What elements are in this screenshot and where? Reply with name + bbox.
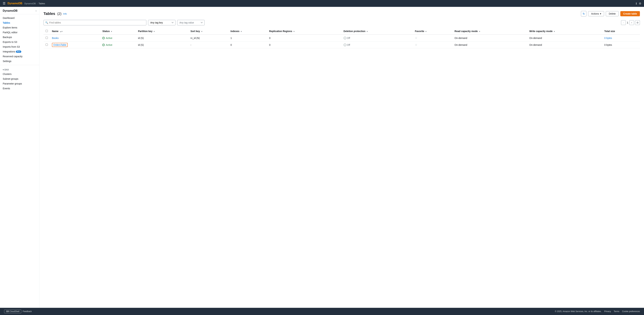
col-favorite[interactable]: Favorite ▾ xyxy=(413,28,452,34)
col-write-capacity[interactable]: Write capacity mode ▾ xyxy=(527,28,602,34)
col-deletion-protection-label: Deletion protection xyxy=(344,30,366,32)
feedback-link[interactable]: Feedback xyxy=(22,310,32,312)
col-total-size: Total size xyxy=(602,28,640,34)
delete-button[interactable]: Delete xyxy=(606,11,618,16)
col-sort-key[interactable]: Sort key ▾ xyxy=(188,28,228,34)
sort-asc-icon: ▲▾ xyxy=(60,30,62,32)
sidebar: DynamoDB ‹ Dashboard Tables Explore item… xyxy=(0,7,40,308)
pagination-next-button[interactable]: › xyxy=(629,20,634,25)
col-name[interactable]: Name ▲▾ xyxy=(50,28,100,34)
sidebar-item-clusters[interactable]: Clusters xyxy=(0,72,39,76)
sidebar-item-partiql-editor[interactable]: PartiQL editor xyxy=(0,30,39,35)
breadcrumb-dynamodb[interactable]: DynamoDB xyxy=(24,2,36,5)
brand-logo: DynamoDB xyxy=(8,2,22,5)
tag-key-select[interactable]: Any tag key xyxy=(148,20,176,25)
row-replication-books: 0 xyxy=(267,34,341,42)
cloudshell-button[interactable]: ⌨ CloudShell xyxy=(4,310,21,313)
sidebar-collapse-button[interactable]: ‹ xyxy=(36,9,36,12)
breadcrumb: DynamoDB › Tables xyxy=(24,2,45,5)
info-icon[interactable]: ℹ xyxy=(636,2,637,5)
sort-read-icon: ▾ xyxy=(479,30,480,32)
breadcrumb-tables: Tables xyxy=(38,2,45,5)
orderstable-favorite-star[interactable]: ☆ xyxy=(415,43,417,46)
actions-button[interactable]: Actions ▾ xyxy=(588,11,604,16)
sidebar-item-reserved-capacity[interactable]: Reserved capacity xyxy=(0,54,39,59)
sidebar-label-parameter-groups: Parameter groups xyxy=(3,82,22,85)
sidebar-item-dashboard[interactable]: Dashboard xyxy=(0,16,39,20)
search-input[interactable] xyxy=(44,20,146,25)
orderstable-deletion-label: Off xyxy=(347,44,350,46)
settings-icon[interactable]: ⚙ xyxy=(639,2,641,5)
sidebar-header: DynamoDB ‹ xyxy=(0,7,39,14)
col-partition-key-label: Partition key xyxy=(138,30,152,32)
col-replication-regions[interactable]: Replication Regions ▾ xyxy=(267,28,341,34)
sidebar-item-parameter-groups[interactable]: Parameter groups xyxy=(0,81,39,86)
cloudshell-label: CloudShell xyxy=(10,310,19,312)
pagination-prev-button[interactable]: ‹ xyxy=(621,20,626,25)
row-status-books: Active xyxy=(100,34,136,42)
col-status-label: Status xyxy=(102,30,110,32)
orderstable-status-dot xyxy=(102,44,105,46)
refresh-button[interactable]: ↻ xyxy=(581,11,586,16)
orderstable-link[interactable]: OrdersTable xyxy=(52,43,68,47)
books-favorite-star[interactable]: ☆ xyxy=(415,36,417,40)
page-actions: ↻ Actions ▾ Delete Create table xyxy=(581,11,640,16)
col-read-capacity-label: Read capacity mode xyxy=(454,30,478,32)
sidebar-item-explore-items[interactable]: Explore items xyxy=(0,25,39,30)
dax-chevron-icon: ▾ xyxy=(3,68,4,71)
row-write-capacity-orderstable: On-demand xyxy=(527,42,602,48)
row-select-orderstable[interactable] xyxy=(46,44,48,46)
row-replication-orderstable: 0 xyxy=(267,42,341,48)
col-indexes[interactable]: Indexes ▾ xyxy=(228,28,267,34)
row-select-books[interactable] xyxy=(46,37,48,39)
menu-icon[interactable]: ☰ xyxy=(3,2,6,5)
books-total-size-link[interactable]: 0 bytes xyxy=(604,37,612,40)
table-settings-button[interactable]: ⚙ xyxy=(635,20,640,25)
col-read-capacity[interactable]: Read capacity mode ▾ xyxy=(452,28,527,34)
sidebar-item-imports-from-s3[interactable]: Imports from S3 xyxy=(0,44,39,49)
refresh-icon: ↻ xyxy=(583,12,585,16)
create-table-button[interactable]: Create table xyxy=(620,11,640,16)
footer-terms-link[interactable]: Terms xyxy=(614,310,619,312)
sidebar-item-backups[interactable]: Backups xyxy=(0,35,39,40)
gear-icon: ⚙ xyxy=(636,21,639,24)
select-all-checkbox[interactable] xyxy=(46,30,48,32)
col-deletion-protection[interactable]: Deletion protection ▾ xyxy=(342,28,413,34)
sidebar-item-settings[interactable]: Settings xyxy=(0,59,39,64)
row-name-orderstable: OrdersTable xyxy=(50,42,100,48)
info-link[interactable]: Info xyxy=(63,12,67,15)
books-write-capacity: On-demand xyxy=(529,37,542,40)
sidebar-item-tables[interactable]: Tables xyxy=(0,20,39,25)
sort-favorite-icon: ▾ xyxy=(426,30,426,32)
row-read-capacity-orderstable: On-demand xyxy=(452,42,527,48)
sidebar-item-subnet-groups[interactable]: Subnet groups xyxy=(0,76,39,81)
chevron-left-icon: ‹ xyxy=(623,22,624,24)
row-sort-key-orderstable: - xyxy=(188,42,228,48)
row-deletion-books: Off xyxy=(342,34,413,42)
col-status[interactable]: Status ▾ xyxy=(100,28,136,34)
sidebar-item-integrations[interactable]: Integrations New xyxy=(0,49,39,54)
orderstable-replication: 0 xyxy=(269,44,270,46)
col-name-label: Name xyxy=(52,30,58,32)
sidebar-item-events[interactable]: Events xyxy=(0,86,39,91)
orderstable-status-label: Active xyxy=(106,44,112,46)
sidebar-divider xyxy=(0,65,39,65)
dax-label: DAX xyxy=(4,68,9,71)
sidebar-item-exports-to-s3[interactable]: Exports to S3 xyxy=(0,40,39,44)
books-deletion-label: Off xyxy=(347,37,350,40)
sidebar-label-imports-from-s3: Imports from S3 xyxy=(3,46,20,48)
delete-label: Delete xyxy=(609,12,616,15)
footer-cookie-link[interactable]: Cookie preferences xyxy=(622,310,640,312)
actions-chevron-icon: ▾ xyxy=(600,12,601,15)
row-favorite-orderstable: ☆ xyxy=(413,42,452,48)
row-read-capacity-books: On-demand xyxy=(452,34,527,42)
books-link[interactable]: Books xyxy=(52,37,58,40)
col-write-capacity-label: Write capacity mode xyxy=(529,30,553,32)
search-wrapper: 🔍 xyxy=(44,20,146,25)
row-checkbox-orderstable xyxy=(44,42,50,48)
orderstable-status: Active xyxy=(102,44,134,46)
footer-privacy-link[interactable]: Privacy xyxy=(604,310,611,312)
col-partition-key[interactable]: Partition key ▾ xyxy=(136,28,188,34)
tag-value-select[interactable]: Any tag value xyxy=(177,20,204,25)
sidebar-dax-section[interactable]: ▾ DAX xyxy=(0,66,39,72)
